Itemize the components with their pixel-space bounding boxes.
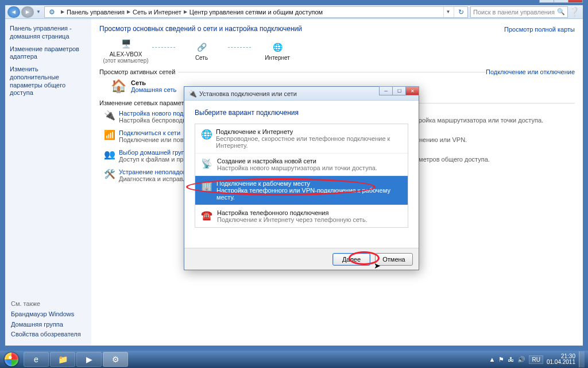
option-desc: Подключение к Интернету через телефонную…: [217, 216, 368, 223]
taskbar-control-panel[interactable]: ⚙: [103, 352, 128, 367]
cancel-button[interactable]: Отмена: [375, 253, 413, 266]
house-icon: 🏠: [111, 79, 126, 94]
network-type-link[interactable]: Домашняя сеть: [131, 86, 176, 93]
map-node1-label: ALEX-VBOX: [110, 51, 142, 57]
dialog-title: Установка подключения или сети: [199, 90, 297, 97]
phone-icon: ☎️: [201, 210, 214, 221]
option-title: Создание и настройка новой сети: [217, 158, 316, 164]
dialog-close-button[interactable]: ✕: [405, 86, 419, 95]
sidebar-item-adapter[interactable]: Изменение параметров адаптера: [10, 45, 87, 62]
option-internet[interactable]: 🌐 Подключение к ИнтернетуБеспроводное, с…: [195, 124, 408, 154]
taskbar-explorer[interactable]: 📁: [50, 352, 75, 367]
seealso-firewall[interactable]: Брандмауэр Windows: [11, 310, 81, 319]
minimize-button[interactable]: ─: [539, 0, 554, 3]
map-connector: [228, 47, 251, 48]
connect-disconnect-link[interactable]: Подключение или отключение: [486, 68, 575, 75]
start-button[interactable]: [0, 351, 23, 368]
globe-icon: 🌐: [271, 41, 284, 53]
computer-icon: 🖥️: [119, 37, 132, 50]
option-new-network[interactable]: 📡 Создание и настройка новой сетиНастрой…: [195, 154, 408, 176]
dialog-minimize-button[interactable]: ─: [379, 86, 393, 95]
system-tray: ▲ ⚑ 🖧 🔊 RU 21:30 01.04.2011: [489, 351, 588, 367]
taskbar-clock[interactable]: 21:30 01.04.2011: [547, 354, 575, 366]
plug-icon: 🔌: [188, 89, 197, 98]
change-params-label: Изменение сетевых параметров: [99, 99, 195, 106]
address-dropdown-button[interactable]: ▼: [443, 7, 452, 17]
option-desc: Беспроводное, скоростное или телефонное …: [216, 135, 402, 149]
see-also-block: См. также Брандмауэр Windows Домашняя гр…: [11, 300, 81, 341]
forward-button[interactable]: ►: [21, 6, 34, 18]
option-workplace[interactable]: 🏢 Подключение к рабочему местуНастройка …: [195, 176, 408, 205]
tray-action-center-icon[interactable]: ⚑: [498, 356, 504, 363]
breadcrumb-root[interactable]: Панель управления: [67, 9, 125, 16]
tray-network-icon[interactable]: 🖧: [508, 356, 514, 363]
history-dropdown-button[interactable]: ▼: [35, 6, 42, 18]
breadcrumb-mid[interactable]: Сеть и Интернет: [133, 9, 181, 16]
page-title: Просмотр основных сведений о сети и наст…: [99, 25, 575, 33]
search-icon: 🔍: [557, 8, 565, 16]
map-node2-label: Сеть: [195, 55, 208, 61]
seealso-homegroup[interactable]: Домашняя группа: [11, 321, 81, 329]
tray-expand-button[interactable]: ▲: [489, 356, 496, 363]
option-title: Настройка телефонного подключения: [217, 209, 328, 216]
window-controls: ─ ☐ ✕: [540, 0, 583, 3]
connect-icon: 📶: [104, 129, 117, 143]
seealso-browser[interactable]: Свойства обозревателя: [11, 331, 81, 339]
nav-toolbar: ◄ ► ▼ ⚙ ▶ Панель управления ▶ Сеть и Инт…: [5, 5, 583, 19]
help-button[interactable]: ❔: [568, 6, 581, 17]
back-button[interactable]: ◄: [7, 6, 20, 18]
see-also-header: См. также: [11, 300, 81, 307]
map-node-network: 🔗 Сеть: [175, 41, 228, 61]
active-networks-label: Просмотр активных сетей: [99, 68, 175, 75]
connection-options-list: 🌐 Подключение к ИнтернетуБеспроводное, с…: [195, 124, 408, 228]
language-indicator[interactable]: RU: [529, 355, 543, 364]
network-name: Сеть: [131, 79, 146, 86]
homegroup-icon: 👥: [104, 149, 117, 163]
building-icon: 🏢: [201, 181, 213, 191]
option-desc: Настройка нового маршрутизатора или точк…: [217, 164, 377, 171]
control-panel-icon: ⚙: [47, 7, 56, 17]
search-input[interactable]: Поиск в панели управления 🔍: [470, 6, 568, 18]
close-button[interactable]: ✕: [568, 0, 583, 3]
refresh-button[interactable]: ↻: [454, 7, 467, 17]
map-node3-label: Интернет: [265, 55, 290, 61]
option-dialup[interactable]: ☎️ Настройка телефонного подключенияПодк…: [195, 205, 408, 227]
sidebar-item-home[interactable]: Панель управления - домашняя страница: [10, 25, 87, 41]
option-title: Подключение к Интернету: [216, 128, 293, 135]
dialog-body: Выберите вариант подключения 🌐 Подключен…: [184, 101, 419, 248]
clock-date: 01.04.2011: [547, 359, 575, 366]
sidebar: Панель управления - домашняя страница Из…: [5, 19, 91, 346]
chevron-right-icon: ▶: [61, 9, 64, 14]
address-breadcrumb[interactable]: ⚙ ▶ Панель управления ▶ Сеть и Интернет …: [44, 6, 468, 18]
map-node-computer: 🖥️ ALEX-VBOX (этот компьютер): [99, 37, 152, 64]
troubleshoot-icon: 🛠️: [104, 168, 117, 182]
option-desc: Настройка телефонного или VPN-подключени…: [216, 187, 402, 201]
chevron-right-icon: ▶: [184, 9, 187, 14]
option-title: Подключение к рабочему месту: [216, 180, 310, 187]
sidebar-item-sharing[interactable]: Изменить дополнительные параметры общего…: [10, 66, 87, 97]
network-icon: 🔗: [195, 41, 208, 53]
globe-icon: 🌐: [201, 129, 212, 140]
taskbar-media[interactable]: ▶: [76, 352, 102, 367]
taskbar: e 📁 ▶ ⚙ ▲ ⚑ 🖧 🔊 RU 21:30 01.04.2011: [0, 351, 588, 368]
network-map: 🖥️ ALEX-VBOX (этот компьютер) 🔗 Сеть 🌐 И…: [99, 37, 575, 64]
dialog-heading: Выберите вариант подключения: [195, 109, 408, 117]
setup-connection-dialog: ─ ☐ ✕ 🔌 Установка подключения или сети В…: [184, 86, 419, 270]
search-placeholder: Поиск в панели управления: [473, 9, 555, 16]
wizard-icon: 🔌: [104, 110, 117, 124]
show-desktop-button[interactable]: [579, 351, 585, 367]
dialog-button-bar: Далее Отмена: [184, 248, 419, 270]
map-node1-sub: (этот компьютер): [103, 57, 148, 64]
next-button[interactable]: Далее: [332, 253, 370, 266]
dialog-maximize-button[interactable]: ☐: [392, 86, 406, 95]
tray-volume-icon[interactable]: 🔊: [517, 356, 525, 363]
map-node-internet: 🌐 Интернет: [251, 41, 304, 61]
maximize-button[interactable]: ☐: [554, 0, 568, 3]
chevron-right-icon: ▶: [127, 9, 130, 14]
router-icon: 📡: [201, 158, 214, 169]
map-connector: [152, 47, 175, 48]
view-full-map-link[interactable]: Просмотр полной карты: [504, 26, 575, 33]
windows-logo-icon: [5, 352, 18, 366]
breadcrumb-leaf[interactable]: Центр управления сетями и общим доступом: [189, 9, 323, 16]
taskbar-ie[interactable]: e: [24, 352, 49, 367]
